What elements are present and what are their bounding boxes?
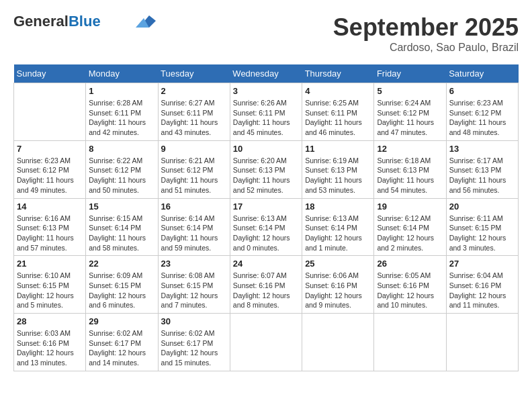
calendar-cell: 8Sunrise: 6:22 AM Sunset: 6:12 PM Daylig… — [86, 140, 158, 198]
calendar-cell: 29Sunrise: 6:02 AM Sunset: 6:17 PM Dayli… — [86, 314, 158, 371]
day-info: Sunrise: 6:28 AM Sunset: 6:11 PM Dayligh… — [89, 98, 154, 138]
calendar-week-row: 28Sunrise: 6:03 AM Sunset: 6:16 PM Dayli… — [14, 314, 519, 371]
day-info: Sunrise: 6:22 AM Sunset: 6:12 PM Dayligh… — [89, 156, 154, 195]
calendar-cell: 26Sunrise: 6:05 AM Sunset: 6:16 PM Dayli… — [374, 256, 446, 314]
calendar-cell: 23Sunrise: 6:08 AM Sunset: 6:15 PM Dayli… — [158, 256, 230, 314]
day-number: 18 — [305, 201, 371, 212]
day-info: Sunrise: 6:25 AM Sunset: 6:11 PM Dayligh… — [305, 98, 371, 138]
calendar-cell: 11Sunrise: 6:19 AM Sunset: 6:13 PM Dayli… — [302, 140, 374, 198]
day-number: 17 — [233, 201, 299, 212]
day-info: Sunrise: 6:06 AM Sunset: 6:16 PM Dayligh… — [305, 271, 371, 310]
day-info: Sunrise: 6:16 AM Sunset: 6:13 PM Dayligh… — [17, 214, 83, 253]
day-number: 24 — [233, 259, 299, 269]
day-info: Sunrise: 6:07 AM Sunset: 6:16 PM Dayligh… — [233, 271, 299, 310]
logo-icon — [136, 15, 156, 28]
day-info: Sunrise: 6:15 AM Sunset: 6:14 PM Dayligh… — [89, 214, 154, 253]
subtitle: Cardoso, Sao Paulo, Brazil — [333, 42, 519, 54]
day-number: 5 — [377, 86, 443, 96]
day-number: 20 — [449, 201, 515, 212]
calendar-cell: 13Sunrise: 6:17 AM Sunset: 6:13 PM Dayli… — [446, 140, 518, 198]
calendar-cell: 4Sunrise: 6:25 AM Sunset: 6:11 PM Daylig… — [302, 83, 374, 141]
day-info: Sunrise: 6:21 AM Sunset: 6:12 PM Dayligh… — [161, 156, 227, 195]
day-number: 23 — [161, 259, 227, 269]
day-info: Sunrise: 6:17 AM Sunset: 6:13 PM Dayligh… — [449, 156, 515, 195]
calendar-cell: 18Sunrise: 6:13 AM Sunset: 6:14 PM Dayli… — [302, 198, 374, 256]
calendar-cell: 14Sunrise: 6:16 AM Sunset: 6:13 PM Dayli… — [14, 198, 86, 256]
calendar-week-row: 14Sunrise: 6:16 AM Sunset: 6:13 PM Dayli… — [14, 198, 519, 256]
calendar-cell: 16Sunrise: 6:14 AM Sunset: 6:14 PM Dayli… — [158, 198, 230, 256]
weekday-header: Tuesday — [158, 64, 230, 83]
title-area: September 2025 Cardoso, Sao Paulo, Brazi… — [333, 13, 519, 54]
logo-blue: Blue — [69, 13, 101, 30]
day-number: 26 — [377, 259, 443, 269]
calendar-cell: 12Sunrise: 6:18 AM Sunset: 6:13 PM Dayli… — [374, 140, 446, 198]
day-info: Sunrise: 6:11 AM Sunset: 6:15 PM Dayligh… — [449, 214, 515, 253]
day-info: Sunrise: 6:20 AM Sunset: 6:13 PM Dayligh… — [233, 156, 299, 195]
calendar-cell — [374, 314, 446, 371]
day-info: Sunrise: 6:14 AM Sunset: 6:14 PM Dayligh… — [161, 214, 227, 253]
calendar-cell: 27Sunrise: 6:04 AM Sunset: 6:16 PM Dayli… — [446, 256, 518, 314]
day-number: 10 — [233, 144, 299, 154]
day-number: 14 — [17, 201, 83, 212]
calendar-cell: 30Sunrise: 6:02 AM Sunset: 6:17 PM Dayli… — [158, 314, 230, 371]
day-number: 7 — [17, 144, 83, 154]
calendar-cell: 10Sunrise: 6:20 AM Sunset: 6:13 PM Dayli… — [230, 140, 302, 198]
day-number: 21 — [17, 259, 83, 269]
day-number: 1 — [89, 86, 154, 96]
calendar-cell: 19Sunrise: 6:12 AM Sunset: 6:14 PM Dayli… — [374, 198, 446, 256]
day-info: Sunrise: 6:05 AM Sunset: 6:16 PM Dayligh… — [377, 271, 443, 310]
calendar-cell: 20Sunrise: 6:11 AM Sunset: 6:15 PM Dayli… — [446, 198, 518, 256]
day-info: Sunrise: 6:13 AM Sunset: 6:14 PM Dayligh… — [233, 214, 299, 253]
calendar-week-row: 7Sunrise: 6:23 AM Sunset: 6:12 PM Daylig… — [14, 140, 519, 198]
day-info: Sunrise: 6:03 AM Sunset: 6:16 PM Dayligh… — [17, 328, 83, 368]
day-number: 13 — [449, 144, 515, 154]
day-info: Sunrise: 6:24 AM Sunset: 6:12 PM Dayligh… — [377, 98, 443, 138]
weekday-header: Wednesday — [230, 64, 302, 83]
calendar-cell: 1Sunrise: 6:28 AM Sunset: 6:11 PM Daylig… — [86, 83, 158, 141]
page-header: GeneralBlue September 2025 Cardoso, Sao … — [13, 13, 519, 54]
calendar-cell — [446, 314, 518, 371]
calendar-cell: 21Sunrise: 6:10 AM Sunset: 6:15 PM Dayli… — [14, 256, 86, 314]
weekday-header: Monday — [86, 64, 158, 83]
calendar-header-row: SundayMondayTuesdayWednesdayThursdayFrid… — [14, 64, 519, 83]
weekday-header: Friday — [374, 64, 446, 83]
day-info: Sunrise: 6:02 AM Sunset: 6:17 PM Dayligh… — [89, 328, 154, 368]
day-number: 12 — [377, 144, 443, 154]
calendar-cell — [14, 83, 86, 141]
day-number: 16 — [161, 201, 227, 212]
calendar-cell — [302, 314, 374, 371]
day-info: Sunrise: 6:13 AM Sunset: 6:14 PM Dayligh… — [305, 214, 371, 253]
month-title: September 2025 — [333, 13, 519, 42]
calendar-cell: 3Sunrise: 6:26 AM Sunset: 6:11 PM Daylig… — [230, 83, 302, 141]
calendar-cell: 5Sunrise: 6:24 AM Sunset: 6:12 PM Daylig… — [374, 83, 446, 141]
day-info: Sunrise: 6:26 AM Sunset: 6:11 PM Dayligh… — [233, 98, 299, 138]
weekday-header: Sunday — [14, 64, 86, 83]
calendar-cell: 2Sunrise: 6:27 AM Sunset: 6:11 PM Daylig… — [158, 83, 230, 141]
calendar-cell: 28Sunrise: 6:03 AM Sunset: 6:16 PM Dayli… — [14, 314, 86, 371]
day-number: 27 — [449, 259, 515, 269]
day-number: 19 — [377, 201, 443, 212]
day-info: Sunrise: 6:09 AM Sunset: 6:15 PM Dayligh… — [89, 271, 154, 310]
day-info: Sunrise: 6:04 AM Sunset: 6:16 PM Dayligh… — [449, 271, 515, 310]
day-info: Sunrise: 6:27 AM Sunset: 6:11 PM Dayligh… — [161, 98, 227, 138]
calendar-cell: 6Sunrise: 6:23 AM Sunset: 6:12 PM Daylig… — [446, 83, 518, 141]
weekday-header: Thursday — [302, 64, 374, 83]
calendar-cell: 9Sunrise: 6:21 AM Sunset: 6:12 PM Daylig… — [158, 140, 230, 198]
day-number: 25 — [305, 259, 371, 269]
day-number: 28 — [17, 316, 83, 326]
day-number: 4 — [305, 86, 371, 96]
calendar-week-row: 21Sunrise: 6:10 AM Sunset: 6:15 PM Dayli… — [14, 256, 519, 314]
day-number: 15 — [89, 201, 154, 212]
day-number: 2 — [161, 86, 227, 96]
day-info: Sunrise: 6:12 AM Sunset: 6:14 PM Dayligh… — [377, 214, 443, 253]
day-number: 3 — [233, 86, 299, 96]
day-number: 9 — [161, 144, 227, 154]
day-number: 22 — [89, 259, 154, 269]
weekday-header: Saturday — [446, 64, 518, 83]
calendar-cell: 7Sunrise: 6:23 AM Sunset: 6:12 PM Daylig… — [14, 140, 86, 198]
logo-general: GeneralBlue — [13, 13, 101, 30]
day-number: 29 — [89, 316, 154, 326]
calendar-cell: 15Sunrise: 6:15 AM Sunset: 6:14 PM Dayli… — [86, 198, 158, 256]
calendar-table: SundayMondayTuesdayWednesdayThursdayFrid… — [13, 64, 519, 371]
logo: GeneralBlue — [13, 13, 156, 30]
